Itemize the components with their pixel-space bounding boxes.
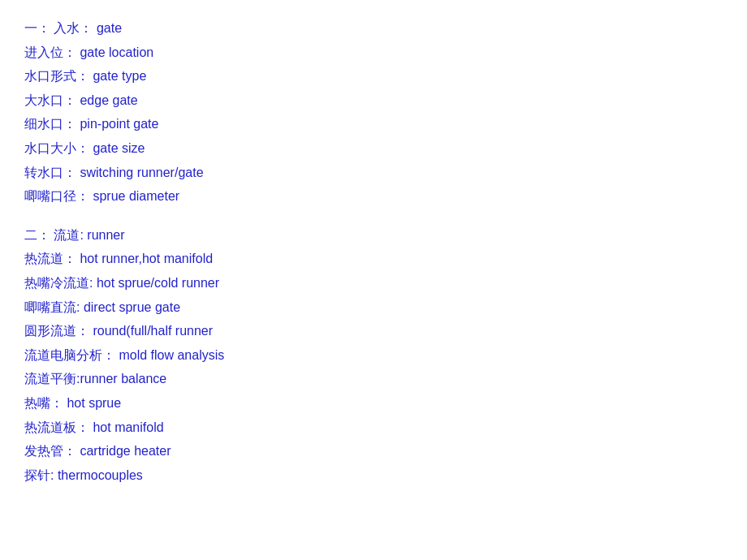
line-1-3: 水口形式： gate type bbox=[24, 64, 723, 88]
line-1-1: 一： 入水： gate bbox=[24, 16, 723, 41]
line-1-6: 水口大小： gate size bbox=[24, 136, 723, 161]
line-2-10: 发热管： cartridge heater bbox=[24, 439, 723, 463]
line-1-5: 细水口： pin-point gate bbox=[24, 112, 723, 136]
line-2-6: 流道电脑分析： mold flow analysis bbox=[24, 343, 723, 368]
main-content: 一： 入水： gate 进入位： gate location 水口形式： gat… bbox=[24, 16, 723, 487]
section-2: 二： 流道: runner 热流道： hot runner,hot manifo… bbox=[24, 223, 723, 488]
line-2-3: 热嘴冷流道: hot sprue/cold runner bbox=[24, 271, 723, 295]
line-2-9: 热流道板： hot manifold bbox=[24, 416, 723, 440]
line-2-7: 流道平衡:runner balance bbox=[24, 367, 723, 391]
line-1-2: 进入位： gate location bbox=[24, 41, 723, 65]
line-1-8: 唧嘴口径： sprue diameter bbox=[24, 184, 723, 209]
section-gap bbox=[24, 209, 723, 223]
line-2-2: 热流道： hot runner,hot manifold bbox=[24, 247, 723, 271]
line-2-11: 探针: thermocouples bbox=[24, 463, 723, 488]
line-2-5: 圆形流道： round(full/half runner bbox=[24, 319, 723, 343]
line-1-4: 大水口： edge gate bbox=[24, 88, 723, 113]
line-1-7: 转水口： switching runner/gate bbox=[24, 161, 723, 185]
line-2-4: 唧嘴直流: direct sprue gate bbox=[24, 295, 723, 320]
section-1: 一： 入水： gate 进入位： gate location 水口形式： gat… bbox=[24, 16, 723, 209]
line-2-1: 二： 流道: runner bbox=[24, 223, 723, 248]
line-2-8: 热嘴： hot sprue bbox=[24, 391, 723, 416]
